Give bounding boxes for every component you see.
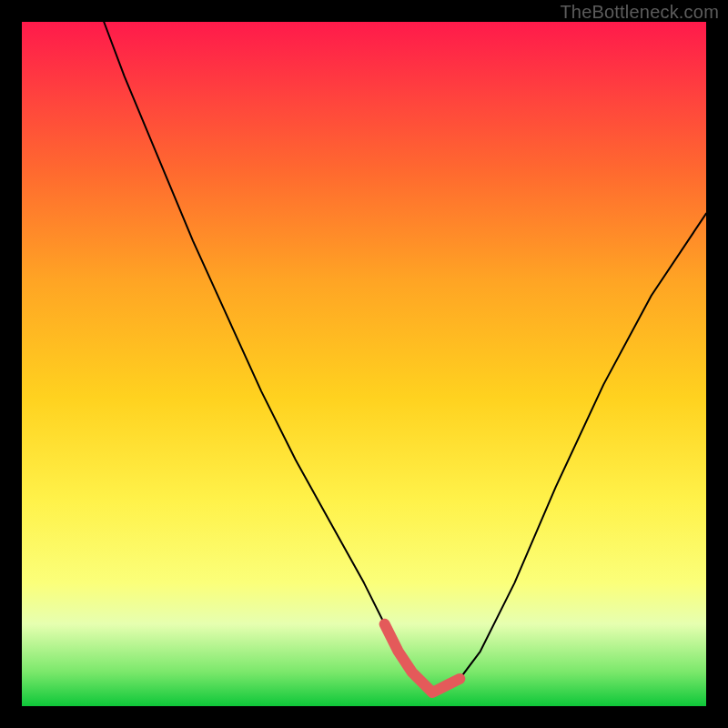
chart-overlay	[22, 22, 706, 706]
chart-frame: TheBottleneck.com	[0, 0, 728, 728]
bottleneck-curve	[104, 22, 706, 693]
optimal-range-highlight	[385, 624, 460, 693]
watermark-text: TheBottleneck.com	[560, 2, 719, 23]
